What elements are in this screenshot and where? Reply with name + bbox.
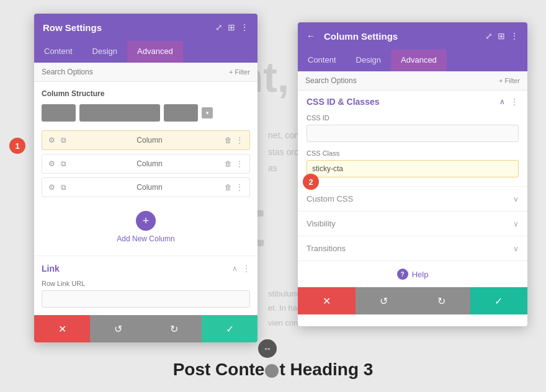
tab-content[interactable]: Content xyxy=(34,41,83,63)
column-structure-selector: ▾ xyxy=(42,104,250,122)
transition-circle-button[interactable]: ↔ xyxy=(258,339,277,358)
copy-icon-2[interactable]: ⧉ xyxy=(61,159,69,168)
col-row-2-actions: 🗑 ⋮ xyxy=(225,159,243,168)
col-row-3-actions: 🗑 ⋮ xyxy=(225,183,243,192)
custom-css-section[interactable]: Custom CSS ∨ xyxy=(298,187,527,212)
col-row-2-icons: ⚙ ⧉ xyxy=(48,159,69,168)
row-settings-body: Column Structure ▾ ⚙ ⧉ Column 🗑 ⋮ xyxy=(34,82,257,256)
transitions-section[interactable]: Transitions ∨ xyxy=(298,236,527,261)
help-area: ? Help xyxy=(298,261,527,287)
emoji-dot xyxy=(265,364,279,378)
add-column-area: + Add New Column xyxy=(42,201,250,248)
css-id-label: CSS ID xyxy=(307,114,519,122)
trash-icon-2[interactable]: 🗑 xyxy=(225,159,232,168)
transitions-title: Transitions xyxy=(307,244,346,253)
col-settings-header: ← Column Settings ⤢ ⊞ ⋮ xyxy=(298,22,527,50)
css-class-input[interactable] xyxy=(307,160,519,177)
col-grid-icon[interactable]: ⊞ xyxy=(498,31,505,41)
column-structure-label: Column Structure xyxy=(42,89,250,98)
more-icon-3[interactable]: ⋮ xyxy=(236,183,243,192)
col-undo-button[interactable]: ↺ xyxy=(356,287,413,314)
column-row-1-label: Column xyxy=(74,136,225,145)
column-row-3-label: Column xyxy=(74,183,225,192)
col-tab-advanced[interactable]: Advanced xyxy=(391,50,447,71)
col-redo-button[interactable]: ↻ xyxy=(413,287,470,314)
css-chevron-up[interactable]: ∧ xyxy=(499,97,505,106)
visibility-chevron: ∨ xyxy=(513,220,519,228)
help-circle-icon: ? xyxy=(397,269,408,280)
row-redo-button[interactable]: ↻ xyxy=(146,315,202,342)
col-search-input[interactable] xyxy=(305,76,494,85)
row-link-url-label: Row Link URL xyxy=(42,280,250,287)
row-filter-button[interactable]: + Filter xyxy=(229,68,250,76)
visibility-title: Visibility xyxy=(307,219,336,228)
col-tab-content[interactable]: Content xyxy=(298,50,346,71)
column-row-2[interactable]: ⚙ ⧉ Column 🗑 ⋮ xyxy=(42,154,250,174)
col-settings-title: Column Settings xyxy=(324,31,398,42)
custom-css-chevron: ∨ xyxy=(513,195,519,203)
col-filter-button[interactable]: + Filter xyxy=(499,77,520,84)
link-chevron-up[interactable]: ∧ xyxy=(232,264,238,273)
col-row-3-icons: ⚙ ⧉ xyxy=(48,183,69,192)
help-label: Help xyxy=(412,270,429,279)
col-maximize-icon[interactable]: ⤢ xyxy=(485,31,493,41)
row-settings-header-icons: ⤢ ⊞ ⋮ xyxy=(215,22,249,32)
row-cancel-button[interactable]: ✕ xyxy=(34,315,90,342)
row-undo-button[interactable]: ↺ xyxy=(90,315,146,342)
col-settings-action-bar: ✕ ↺ ↻ ✓ xyxy=(298,287,527,314)
col-block-small-2[interactable] xyxy=(164,104,198,122)
css-section-header: CSS ID & Classes ∧ ⋮ xyxy=(307,97,519,107)
row-settings-panel: Row Settings ⤢ ⊞ ⋮ Content Design Advanc… xyxy=(34,14,257,342)
tab-advanced[interactable]: Advanced xyxy=(127,41,183,63)
row-settings-header: Row Settings ⤢ ⊞ ⋮ xyxy=(34,14,257,41)
row-search-input[interactable] xyxy=(42,68,224,76)
copy-icon-1[interactable]: ⧉ xyxy=(61,136,69,145)
add-column-button[interactable]: + xyxy=(136,211,156,231)
visibility-section[interactable]: Visibility ∨ xyxy=(298,212,527,236)
row-settings-action-bar: ✕ ↺ ↻ ✓ xyxy=(34,315,257,342)
settings-icon-2[interactable]: ⚙ xyxy=(48,159,57,168)
add-column-label: Add New Column xyxy=(117,234,174,243)
step-badge-2: 2 xyxy=(303,174,319,190)
col-tab-design[interactable]: Design xyxy=(346,50,391,71)
col-settings-panel: ← Column Settings ⤢ ⊞ ⋮ Content Design A… xyxy=(298,22,527,326)
css-id-input[interactable] xyxy=(307,125,519,142)
grid-icon[interactable]: ⊞ xyxy=(228,22,235,32)
settings-icon-3[interactable]: ⚙ xyxy=(48,183,57,192)
column-row-3[interactable]: ⚙ ⧉ Column 🗑 ⋮ xyxy=(42,177,250,197)
css-class-label: CSS Class xyxy=(307,149,519,157)
col-structure-dropdown[interactable]: ▾ xyxy=(202,107,213,118)
row-save-button[interactable]: ✓ xyxy=(202,315,257,342)
col-row-1-icons: ⚙ ⧉ xyxy=(48,136,69,145)
link-more[interactable]: ⋮ xyxy=(243,264,250,273)
transitions-chevron: ∨ xyxy=(513,244,519,253)
col-settings-tabs: Content Design Advanced xyxy=(298,50,527,71)
col-block-large[interactable] xyxy=(79,104,160,122)
settings-icon-1[interactable]: ⚙ xyxy=(48,136,57,145)
trash-icon-1[interactable]: 🗑 xyxy=(225,136,232,145)
more-icon-2[interactable]: ⋮ xyxy=(236,159,243,168)
more-icon-1[interactable]: ⋮ xyxy=(236,136,243,145)
copy-icon-3[interactable]: ⧉ xyxy=(61,183,69,192)
column-row-1[interactable]: ⚙ ⧉ Column 🗑 ⋮ xyxy=(42,130,250,150)
col-row-1-actions: 🗑 ⋮ xyxy=(225,136,243,145)
css-section-icons: ∧ ⋮ xyxy=(499,97,519,107)
maximize-icon[interactable]: ⤢ xyxy=(215,22,223,32)
trash-icon-3[interactable]: 🗑 xyxy=(225,183,232,192)
more-icon[interactable]: ⋮ xyxy=(240,22,249,32)
transition-icon: ↔ xyxy=(263,344,272,354)
tab-design[interactable]: Design xyxy=(83,41,127,63)
css-id-classes-section: CSS ID & Classes ∧ ⋮ CSS ID CSS Class xyxy=(298,91,527,187)
col-settings-search-bar: + Filter xyxy=(298,71,527,91)
back-arrow-icon[interactable]: ← xyxy=(307,31,315,41)
link-section: Link ∧ ⋮ Row Link URL xyxy=(34,256,257,315)
col-more-icon[interactable]: ⋮ xyxy=(510,31,519,41)
css-more-icon[interactable]: ⋮ xyxy=(510,97,519,107)
col-cancel-button[interactable]: ✕ xyxy=(298,287,356,314)
col-block-small-1[interactable] xyxy=(42,104,76,122)
panels-wrapper: Row Settings ⤢ ⊞ ⋮ Content Design Advanc… xyxy=(0,0,546,392)
col-save-button[interactable]: ✓ xyxy=(470,287,528,314)
row-link-url-input[interactable] xyxy=(42,290,250,308)
row-settings-title: Row Settings xyxy=(43,22,102,33)
help-button[interactable]: ? Help xyxy=(397,269,429,280)
